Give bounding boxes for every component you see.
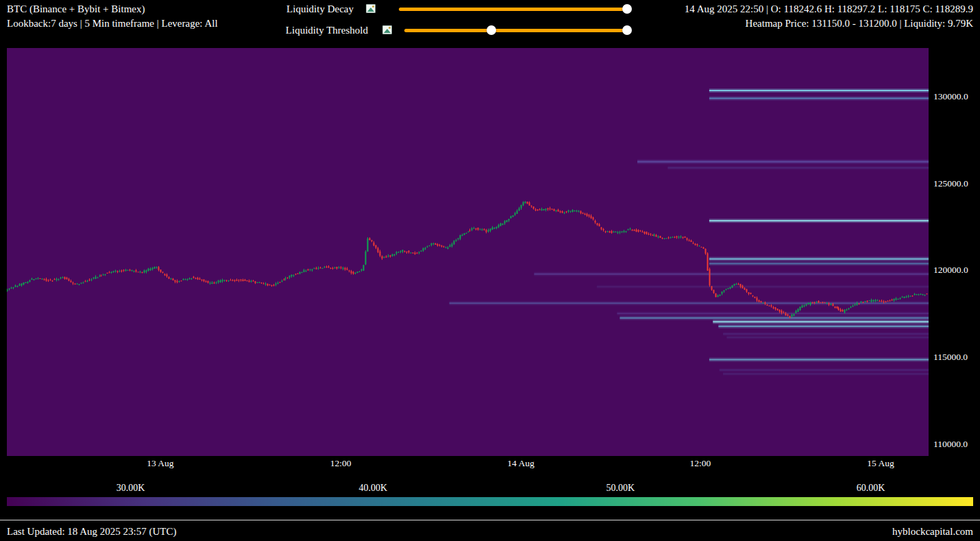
liquidity-threshold-slider-handle-low[interactable] xyxy=(487,25,496,35)
liquidity-threshold-icon xyxy=(382,25,392,34)
liquidation-heatmap-app: BTC (Binance + Bybit + Bitmex) Lookback:… xyxy=(0,0,980,541)
colorbar-tick-label: 60.00K xyxy=(844,483,898,494)
colorbar-tick-label: 50.00K xyxy=(593,483,648,494)
x-tick-label: 12:00 xyxy=(673,458,728,469)
colorbar-gradient xyxy=(7,497,973,506)
ohlc-info: 14 Aug 2025 22:50 | O: 118242.6 H: 11829… xyxy=(685,2,973,31)
liquidity-threshold-slider-track[interactable] xyxy=(404,29,629,32)
colorbar-tick-label: 30.00K xyxy=(103,483,158,494)
top-bar: BTC (Binance + Bybit + Bitmex) Lookback:… xyxy=(0,0,980,45)
liquidity-decay-label: Liquidity Decay xyxy=(286,3,354,15)
footer-bar: Last Updated: 18 Aug 2025 23:57 (UTC) hy… xyxy=(0,520,980,541)
ohlc-line: 14 Aug 2025 22:50 | O: 118242.6 H: 11829… xyxy=(685,2,973,16)
x-tick-label: 12:00 xyxy=(313,458,368,469)
y-tick-label: 130000.0 xyxy=(933,91,968,102)
x-axis: 13 Aug12:0014 Aug12:0015 Aug xyxy=(7,458,929,472)
heatmap-canvas[interactable] xyxy=(7,48,929,456)
liquidity-decay-icon xyxy=(366,4,376,13)
colorbar-tick-label: 40.00K xyxy=(345,483,400,494)
y-tick-label: 120000.0 xyxy=(933,265,968,276)
y-tick-label: 125000.0 xyxy=(933,178,968,189)
symbol-title: BTC (Binance + Bybit + Bitmex) xyxy=(7,2,218,16)
site-link[interactable]: hyblockcapital.com xyxy=(892,526,973,538)
last-updated-text: Last Updated: 18 Aug 2025 23:57 (UTC) xyxy=(7,526,176,538)
liquidity-threshold-slider-handle-high[interactable] xyxy=(622,25,632,35)
x-tick-label: 15 Aug xyxy=(853,458,908,469)
liquidity-decay-slider-track[interactable] xyxy=(399,8,629,11)
liquidity-decay-slider-handle[interactable] xyxy=(622,4,632,14)
lookback-info: Lookback:7 days | 5 Min timeframe | Leve… xyxy=(7,16,218,31)
colorbar-labels: 30.00K40.00K50.00K60.00K xyxy=(7,483,973,495)
heatmap-price-line: Heatmap Price: 131150.0 - 131200.0 | Liq… xyxy=(685,16,973,31)
y-axis: 130000.0125000.0120000.0115000.0110000.0 xyxy=(932,48,979,456)
x-tick-label: 14 Aug xyxy=(493,458,548,469)
y-tick-label: 110000.0 xyxy=(933,439,968,450)
x-tick-label: 13 Aug xyxy=(133,458,188,469)
liquidity-threshold-label: Liquidity Threshold xyxy=(286,25,368,36)
chart-plot-area xyxy=(7,48,929,456)
y-tick-label: 115000.0 xyxy=(933,352,968,363)
symbol-info: BTC (Binance + Bybit + Bitmex) Lookback:… xyxy=(7,2,218,31)
